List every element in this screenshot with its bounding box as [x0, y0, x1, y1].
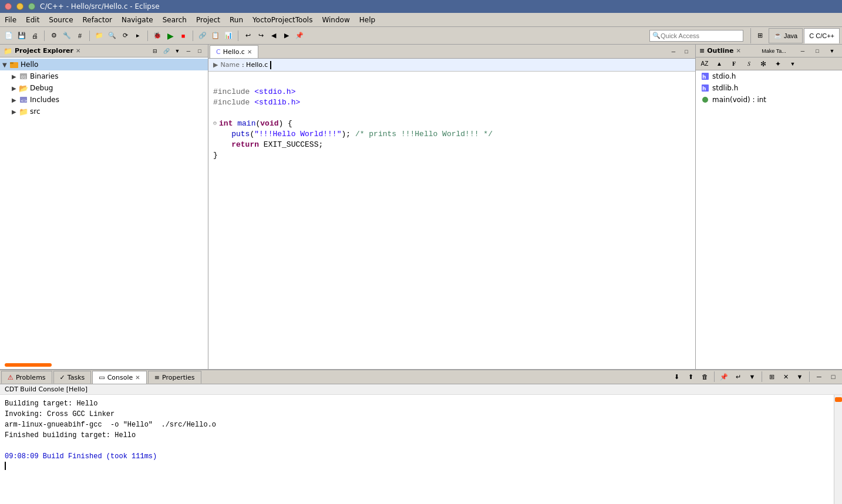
win-close-btn[interactable]	[5, 3, 12, 10]
pe-maximize-btn[interactable]: □	[195, 46, 204, 56]
tab-tasks[interactable]: ✓ Tasks	[53, 371, 92, 384]
tab-properties[interactable]: ≡ Properties	[148, 371, 201, 384]
tool-btn-5[interactable]: 🔍	[106, 29, 119, 42]
outline-item-stdio[interactable]: h stdio.h	[696, 70, 842, 82]
outline-star-btn[interactable]: ✦	[772, 57, 784, 70]
undo-btn[interactable]: ↩	[241, 29, 254, 42]
pin-console-btn[interactable]: 📌	[718, 370, 730, 383]
cpp-perspective-btn[interactable]: C C/C++	[804, 28, 840, 43]
console-maximize-btn[interactable]: □	[827, 370, 840, 383]
outline-item-main[interactable]: main(void) : int	[696, 94, 842, 106]
java-perspective-btn[interactable]: ☕ Java	[769, 28, 803, 43]
menu-navigate[interactable]: Navigate	[117, 15, 158, 25]
menu-project[interactable]: Project	[191, 15, 225, 25]
outline-sync-btn[interactable]: ✻	[757, 57, 770, 70]
pe-minimize-btn[interactable]: ─	[184, 46, 193, 56]
sort-alpha-btn[interactable]: AZ	[698, 57, 711, 70]
redo-btn[interactable]: ↪	[254, 29, 267, 42]
tool-btn-4[interactable]: 📁	[93, 29, 106, 42]
new-btn[interactable]: 📄	[2, 29, 15, 42]
menu-file[interactable]: File	[0, 15, 21, 25]
menu-search[interactable]: Search	[158, 15, 191, 25]
tree-toggle-src[interactable]: ▶	[12, 109, 19, 115]
outline-expand-btn[interactable]: ▼	[786, 57, 799, 70]
outline-minimize-btn[interactable]: ─	[796, 45, 809, 57]
expand-icon[interactable]: ▶	[213, 61, 218, 69]
hide-static-btn[interactable]: 𝑆	[742, 57, 755, 70]
console-minimize-btn[interactable]: ─	[813, 370, 826, 383]
console-output[interactable]: Building target: Hello Invoking: Cross G…	[0, 395, 834, 504]
project-explorer-close-icon[interactable]: ✕	[76, 48, 80, 54]
nav-back-btn[interactable]: ◀	[267, 29, 280, 42]
win-max-btn[interactable]	[28, 3, 35, 10]
tree-toggle-hello[interactable]: ▼	[2, 62, 9, 68]
tree-label-binaries: Binaries	[30, 72, 58, 80]
clear-console-btn[interactable]: 🗑	[698, 370, 711, 383]
tree-item-binaries[interactable]: ▶ 01 Binaries	[0, 70, 208, 82]
scroll-thumb[interactable]	[835, 397, 842, 402]
console-view-btn2[interactable]: ▼	[793, 370, 806, 383]
menu-help[interactable]: Help	[355, 15, 380, 25]
sort-type-btn[interactable]: ▲	[713, 57, 726, 70]
menu-source[interactable]: Source	[44, 15, 78, 25]
print-btn[interactable]: 🖨	[28, 29, 41, 42]
tab-console[interactable]: ▭ Console ✕	[92, 371, 146, 384]
tab-problems[interactable]: ⚠ Problems	[1, 371, 52, 384]
editor-tab-close-btn[interactable]: ✕	[247, 49, 252, 55]
editor-minimize-btn[interactable]: ─	[667, 45, 680, 58]
editor-maximize-btn[interactable]: □	[680, 45, 693, 58]
tree-item-hello[interactable]: ▼ Hello	[0, 59, 208, 70]
tool-btn-6[interactable]: ⟳	[119, 29, 132, 42]
outline-item-stdlib[interactable]: h stdlib.h	[696, 82, 842, 94]
tree-toggle-debug[interactable]: ▶	[12, 85, 19, 92]
scroll-up-btn[interactable]: ⬆	[684, 370, 697, 383]
src-folder-icon: 📁	[19, 107, 28, 116]
hide-fields-btn[interactable]: 𝐅	[728, 57, 740, 70]
quick-access-input[interactable]	[661, 32, 731, 39]
tool-btn-11[interactable]: 📊	[222, 29, 235, 42]
console-close-btn[interactable]: ✕	[779, 370, 792, 383]
tree-toggle-includes[interactable]: ▶	[12, 97, 19, 103]
console-tab-close[interactable]: ✕	[135, 374, 140, 381]
outline-menu-btn[interactable]: ▼	[826, 45, 838, 57]
tool-btn-1[interactable]: ⚙	[48, 29, 60, 42]
run-btn[interactable]: ▶	[164, 29, 177, 42]
outline-close-icon[interactable]: ✕	[736, 48, 741, 54]
window-title: C/C++ - Hello/src/Hello.c - Eclipse	[40, 2, 160, 11]
pin-btn[interactable]: 📌	[293, 29, 306, 42]
console-open-btn[interactable]: ⊞	[765, 370, 778, 383]
tool-btn-3[interactable]: #	[73, 29, 86, 42]
icon-view-btn[interactable]: ⊞	[752, 28, 767, 43]
make-targets-btn[interactable]: Make Ta...	[753, 45, 794, 57]
tool-btn-2[interactable]: 🔧	[60, 29, 73, 42]
tree-item-src[interactable]: ▶ 📁 src	[0, 106, 208, 117]
stop-btn[interactable]: ■	[177, 29, 190, 42]
tree-item-includes[interactable]: ▶ <> Includes	[0, 94, 208, 106]
fold-icon-main[interactable]: ⊖	[213, 119, 217, 129]
tree-item-debug[interactable]: ▶ 📂 Debug	[0, 82, 208, 94]
nav-fwd-btn[interactable]: ▶	[280, 29, 293, 42]
tool-btn-9[interactable]: 🔗	[196, 29, 209, 42]
console-cursor-line[interactable]	[5, 462, 829, 473]
save-btn[interactable]: 💾	[15, 29, 28, 42]
menu-edit[interactable]: Edit	[21, 15, 44, 25]
menu-window[interactable]: Window	[317, 15, 354, 25]
word-wrap-btn[interactable]: ↵	[732, 370, 745, 383]
console-scrollbar[interactable]	[834, 395, 842, 504]
code-editor[interactable]: #include <stdio.h> #include <stdlib.h> ⊖…	[208, 72, 695, 369]
scroll-down-btn[interactable]: ⬇	[670, 370, 683, 383]
menu-yocto[interactable]: YoctoProjectTools	[248, 15, 317, 25]
collapse-all-btn[interactable]: ⊟	[150, 46, 160, 56]
menu-refactor[interactable]: Refactor	[78, 15, 117, 25]
tool-btn-10[interactable]: 📋	[209, 29, 222, 42]
outline-maximize-btn[interactable]: □	[811, 45, 824, 57]
editor-tab-helloc[interactable]: C Hello.c ✕	[210, 45, 258, 58]
menu-run[interactable]: Run	[225, 15, 248, 25]
tool-btn-8[interactable]: 🐞	[151, 29, 164, 42]
win-min-btn[interactable]	[16, 3, 23, 10]
tree-toggle-binaries[interactable]: ▶	[12, 73, 19, 80]
console-view-btn[interactable]: ▼	[746, 370, 759, 383]
tool-btn-7[interactable]: ▸	[132, 29, 144, 42]
link-editor-btn[interactable]: 🔗	[161, 46, 171, 56]
pe-view-menu-btn[interactable]: ▼	[173, 46, 182, 56]
